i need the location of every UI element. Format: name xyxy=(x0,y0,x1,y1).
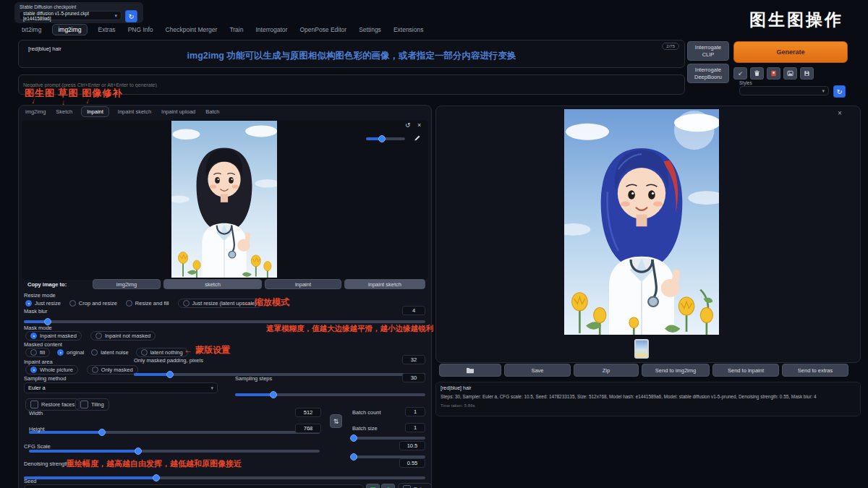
tab-settings[interactable]: Settings xyxy=(357,25,383,35)
undo-icon[interactable]: ↺ xyxy=(405,121,411,129)
padding-value[interactable]: 32 xyxy=(402,355,425,364)
chevron-down-icon: ▾ xyxy=(210,385,213,391)
batch-count-slider[interactable] xyxy=(352,437,425,440)
radio-icon xyxy=(126,300,132,307)
tiling-checkbox[interactable]: Tiling xyxy=(75,398,109,411)
width-slider[interactable] xyxy=(29,431,320,434)
sampling-method-select[interactable]: Euler a▾ xyxy=(24,382,218,393)
interrogate-clip-button[interactable]: Interrogate CLIP xyxy=(687,41,729,61)
cfg-scale-value[interactable]: 10.5 xyxy=(399,441,425,450)
mask-blur-slider[interactable] xyxy=(24,320,425,323)
mask-blur-value[interactable]: 4 xyxy=(402,306,425,315)
send-to-inpaint-button[interactable]: Send to inpaint xyxy=(712,364,779,377)
info-params: Steps: 30, Sampler: Euler a, CFG scale: … xyxy=(441,394,854,399)
subtab-sketch[interactable]: Sketch xyxy=(54,107,74,116)
height-slider[interactable] xyxy=(29,450,320,453)
resize-mode-label: Resize mode xyxy=(24,292,56,299)
save-button[interactable]: Save xyxy=(504,364,571,377)
subtab-inpaint-sketch[interactable]: Inpaint sketch xyxy=(116,107,153,116)
copy-to-img2img-button[interactable]: img2img xyxy=(93,279,161,289)
styles-select[interactable]: ▾ xyxy=(739,86,829,95)
open-folder-button[interactable] xyxy=(439,364,501,377)
tab-extensions[interactable]: Extensions xyxy=(392,25,425,35)
radio-icon xyxy=(30,333,37,339)
tab-checkpoint-merger[interactable]: Checkpoint Merger xyxy=(164,25,219,35)
batch-size-value[interactable]: 1 xyxy=(405,423,425,432)
info-prompt: [red|blue] hair xyxy=(441,385,472,390)
batch-count-value[interactable]: 1 xyxy=(405,407,425,416)
height-value[interactable]: 768 xyxy=(295,424,321,433)
brush-size-slider[interactable] xyxy=(366,137,405,140)
resize-option-crop[interactable]: Crop and resize xyxy=(69,300,117,307)
denoising-value[interactable]: 0.55 xyxy=(399,458,425,468)
masked-content-latent-nothing[interactable]: latent nothing xyxy=(136,348,188,357)
extra-networks-button[interactable] xyxy=(767,67,780,80)
subtab-inpaint[interactable]: Inpaint xyxy=(81,106,109,117)
tab-extras[interactable]: Extras xyxy=(97,25,117,35)
brush-icon[interactable] xyxy=(414,134,421,142)
zip-button[interactable]: Zip xyxy=(574,364,639,377)
mask-mode-inpaint-not-masked[interactable]: Inpaint not masked xyxy=(90,331,156,341)
tab-png-info[interactable]: PNG Info xyxy=(127,25,155,35)
resize-option-fill[interactable]: Resize and fill xyxy=(126,300,169,307)
swap-dimensions-button[interactable]: ⇅ xyxy=(330,414,342,428)
seed-extra-checkbox[interactable]: Extra xyxy=(398,483,432,488)
denoising-annotation: 重绘幅度，越高越自由发挥，越低越和原图像接近 xyxy=(67,458,242,469)
cfg-scale-slider[interactable] xyxy=(24,476,425,479)
paste-arrow-icon: ↙ xyxy=(738,70,743,77)
copy-to-sketch-button[interactable]: sketch xyxy=(163,279,262,289)
result-image[interactable] xyxy=(564,109,719,335)
mask-blur-annotation: 遮罩模糊度，值越大边缘越平滑，越小边缘越锐利 xyxy=(266,324,433,334)
chevron-down-icon: ▾ xyxy=(114,13,117,19)
copy-to-inpaint-button[interactable]: inpaint xyxy=(265,279,341,289)
apply-style-button[interactable] xyxy=(783,67,797,80)
mask-blur-label: Mask blur xyxy=(24,308,48,314)
prompt-tools: ↙ xyxy=(733,67,814,80)
tab-img2img[interactable]: img2img xyxy=(52,24,87,35)
inpaint-area-whole-picture[interactable]: Whole picture xyxy=(25,365,78,374)
width-value[interactable]: 512 xyxy=(295,408,321,417)
random-seed-button[interactable] xyxy=(366,484,380,488)
seed-input[interactable] xyxy=(24,484,364,488)
tab-train[interactable]: Train xyxy=(228,25,244,35)
masked-content-latent-noise[interactable]: latent noise xyxy=(91,349,128,356)
styles-refresh-button[interactable]: ↻ xyxy=(833,85,846,98)
subtab-img2img[interactable]: img2img xyxy=(24,107,47,116)
resize-option-just-resize[interactable]: Just resize xyxy=(25,300,61,307)
checkpoint-refresh-button[interactable]: ↻ xyxy=(125,10,137,22)
masked-content-fill[interactable]: fill xyxy=(25,348,50,357)
send-to-img2img-button[interactable]: Send to img2img xyxy=(642,364,710,377)
tab-openpose-editor[interactable]: OpenPose Editor xyxy=(298,25,348,35)
interrogate-deepbooru-button[interactable]: Interrogate DeepBooru xyxy=(687,64,729,83)
picture-icon xyxy=(787,70,793,77)
mask-mode-inpaint-masked[interactable]: Inpaint masked xyxy=(25,331,82,341)
generate-button[interactable]: Generate xyxy=(733,41,848,63)
restore-faces-checkbox[interactable]: Restore faces xyxy=(25,398,80,411)
tab-interrogator[interactable]: Interrogator xyxy=(254,25,289,35)
checkpoint-select[interactable]: stable diffusion v1-5-pruned.ckpt [e1441… xyxy=(19,11,122,20)
reuse-seed-button[interactable]: ♻ xyxy=(381,484,395,488)
gallery-close-icon[interactable]: × xyxy=(838,109,842,117)
padding-slider[interactable] xyxy=(134,373,425,376)
gallery-thumbnail[interactable] xyxy=(634,339,649,359)
prompt-hint-annotation: img2img 功能可以生成与原图相似构图色彩的画像，或者指定一部分内容进行变换 xyxy=(19,50,684,62)
paste-button[interactable]: ↙ xyxy=(733,67,747,80)
inpaint-area-only-masked[interactable]: Only masked xyxy=(87,365,138,374)
sampling-steps-value[interactable]: 30 xyxy=(402,373,425,382)
tab-txt2img[interactable]: txt2img xyxy=(20,25,43,35)
subtab-batch[interactable]: Batch xyxy=(204,107,221,116)
copy-to-inpaint-sketch-button[interactable]: inpaint sketch xyxy=(344,279,425,289)
batch-size-label: Batch size xyxy=(352,425,378,432)
save-style-button[interactable] xyxy=(800,67,814,80)
sampling-steps-slider[interactable] xyxy=(235,393,425,396)
trash-icon xyxy=(754,70,760,77)
clear-prompt-button[interactable] xyxy=(750,67,764,80)
mask-mode-label: Mask mode xyxy=(24,325,52,331)
inpaint-source-image[interactable] xyxy=(171,121,277,278)
masked-content-original[interactable]: original xyxy=(57,349,84,356)
canvas-close-icon[interactable]: × xyxy=(417,121,421,129)
prompt-textarea[interactable]: [red|blue] hair 2/75 img2img 功能可以生成与原图相似… xyxy=(18,40,685,68)
send-to-extras-button[interactable]: Send to extras xyxy=(782,364,848,377)
subtab-inpaint-upload[interactable]: Inpaint upload xyxy=(160,107,197,116)
denoising-label: Denoising strength xyxy=(24,461,69,467)
